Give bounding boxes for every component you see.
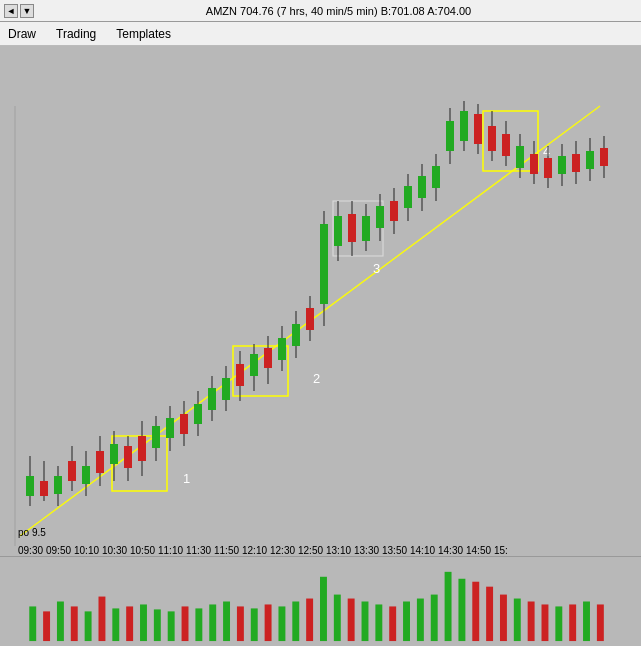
svg-text:14:10: 14:10	[410, 545, 435, 556]
svg-rect-119	[85, 611, 92, 641]
svg-rect-126	[182, 606, 189, 641]
menu-draw[interactable]: Draw	[4, 25, 40, 43]
svg-rect-57	[348, 214, 356, 242]
svg-rect-21	[96, 451, 104, 473]
svg-rect-39	[222, 378, 230, 400]
svg-rect-59	[362, 216, 370, 241]
svg-rect-19	[82, 466, 90, 484]
svg-rect-45	[264, 348, 272, 368]
svg-rect-55	[334, 216, 342, 246]
svg-rect-115	[29, 606, 36, 641]
svg-text:11:10: 11:10	[158, 545, 183, 556]
svg-rect-11	[26, 476, 34, 496]
svg-rect-83	[530, 154, 538, 174]
svg-rect-15	[54, 476, 62, 494]
svg-rect-153	[555, 606, 562, 641]
svg-rect-154	[569, 604, 576, 641]
svg-rect-131	[251, 608, 258, 641]
svg-rect-63	[390, 201, 398, 221]
chart-area[interactable]: 1 2 3 4	[0, 46, 641, 556]
menu-templates[interactable]: Templates	[112, 25, 175, 43]
svg-text:10:10: 10:10	[74, 545, 99, 556]
svg-rect-124	[154, 609, 161, 641]
svg-rect-93	[600, 148, 608, 166]
svg-rect-147	[472, 582, 479, 641]
svg-rect-29	[152, 426, 160, 448]
svg-rect-148	[486, 587, 493, 641]
svg-rect-73	[460, 111, 468, 141]
svg-rect-140	[375, 604, 382, 641]
svg-text:14:50: 14:50	[466, 545, 491, 556]
titlebar: ◄ ▼ AMZN 704.76 (7 hrs, 40 min/5 min) B:…	[0, 0, 641, 22]
svg-text:12:30: 12:30	[270, 545, 295, 556]
svg-rect-137	[334, 595, 341, 641]
svg-text:10:50: 10:50	[130, 545, 155, 556]
svg-text:13:10: 13:10	[326, 545, 351, 556]
svg-text:2: 2	[313, 371, 320, 386]
svg-rect-116	[43, 611, 50, 641]
svg-rect-35	[194, 404, 202, 424]
svg-rect-146	[458, 579, 465, 641]
svg-rect-138	[348, 599, 355, 642]
svg-rect-123	[140, 604, 147, 641]
menu-trading[interactable]: Trading	[52, 25, 100, 43]
svg-text:po 9.5: po 9.5	[18, 527, 46, 538]
svg-rect-151	[528, 602, 535, 642]
svg-rect-51	[306, 308, 314, 330]
svg-rect-69	[432, 166, 440, 188]
svg-rect-144	[431, 595, 438, 641]
volume-svg	[0, 557, 641, 646]
menubar: Draw Trading Templates	[0, 22, 641, 46]
chart-svg: 1 2 3 4	[0, 46, 641, 556]
svg-rect-128	[209, 604, 216, 641]
svg-rect-49	[292, 324, 300, 346]
svg-rect-79	[502, 134, 510, 156]
svg-rect-141	[389, 606, 396, 641]
svg-rect-121	[112, 608, 119, 641]
svg-rect-136	[320, 577, 327, 641]
svg-text:11:30: 11:30	[186, 545, 211, 556]
svg-rect-125	[168, 611, 175, 641]
svg-rect-143	[417, 599, 424, 642]
svg-rect-150	[514, 599, 521, 642]
svg-text:12:10: 12:10	[242, 545, 267, 556]
svg-rect-127	[195, 608, 202, 641]
svg-rect-152	[542, 604, 549, 641]
svg-rect-87	[558, 156, 566, 174]
svg-rect-120	[98, 597, 105, 642]
svg-text:12:50: 12:50	[298, 545, 323, 556]
svg-rect-145	[445, 572, 452, 641]
svg-rect-132	[265, 604, 272, 641]
svg-rect-85	[544, 158, 552, 178]
svg-text:14:30: 14:30	[438, 545, 463, 556]
svg-rect-31	[166, 418, 174, 438]
svg-text:13:30: 13:30	[354, 545, 379, 556]
svg-rect-33	[180, 414, 188, 434]
svg-rect-155	[583, 602, 590, 642]
svg-rect-23	[110, 444, 118, 464]
svg-rect-71	[446, 121, 454, 151]
svg-rect-89	[572, 154, 580, 172]
svg-rect-118	[71, 606, 78, 641]
svg-text:13:50: 13:50	[382, 545, 407, 556]
svg-text:3: 3	[373, 261, 380, 276]
svg-text:09:50: 09:50	[46, 545, 71, 556]
svg-rect-75	[474, 114, 482, 144]
svg-rect-65	[404, 186, 412, 208]
svg-rect-129	[223, 602, 230, 642]
svg-rect-61	[376, 206, 384, 228]
svg-rect-77	[488, 126, 496, 151]
svg-rect-17	[68, 461, 76, 481]
svg-rect-47	[278, 338, 286, 360]
svg-text:10:30: 10:30	[102, 545, 127, 556]
window-controls[interactable]: ◄ ▼	[4, 4, 34, 18]
svg-rect-27	[138, 436, 146, 461]
svg-rect-135	[306, 599, 313, 642]
svg-rect-122	[126, 606, 133, 641]
back-button[interactable]: ◄	[4, 4, 18, 18]
svg-rect-67	[418, 176, 426, 198]
svg-rect-130	[237, 606, 244, 641]
svg-rect-142	[403, 602, 410, 642]
svg-rect-25	[124, 446, 132, 468]
menu-button[interactable]: ▼	[20, 4, 34, 18]
